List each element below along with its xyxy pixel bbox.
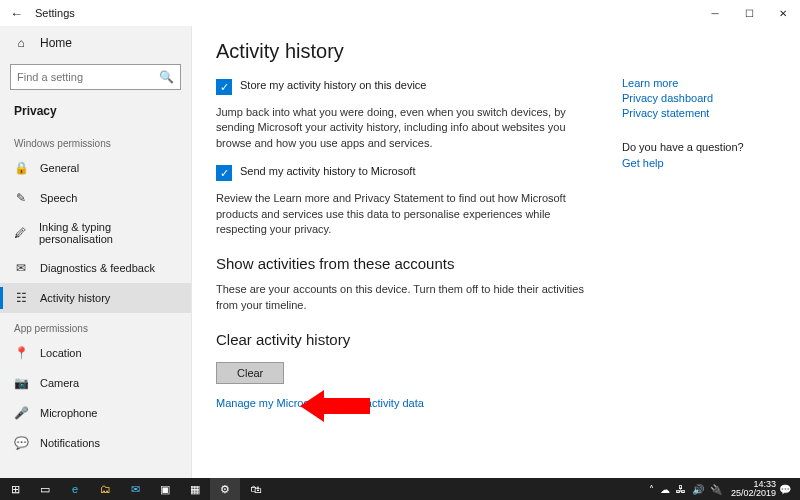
taskbar-app-terminal[interactable]: ▣: [150, 478, 180, 500]
sidebar-item-location[interactable]: 📍 Location: [0, 338, 191, 368]
window-title: Settings: [35, 7, 698, 19]
sidebar: ⌂ Home 🔍 Privacy Windows permissions 🔒 G…: [0, 26, 192, 478]
back-icon[interactable]: ←: [10, 6, 23, 21]
group-windows-permissions: Windows permissions: [0, 128, 191, 153]
get-help-link[interactable]: Get help: [622, 157, 760, 169]
help-question: Do you have a question?: [622, 141, 760, 153]
sidebar-item-activity-history[interactable]: ☷ Activity history: [0, 283, 191, 313]
sidebar-item-label: Speech: [40, 192, 77, 204]
privacy-statement-link[interactable]: Privacy statement: [622, 107, 760, 119]
sidebar-item-camera[interactable]: 📷 Camera: [0, 368, 191, 398]
checkbox-send-history[interactable]: ✓ Send my activity history to Microsoft: [216, 165, 598, 181]
sidebar-home[interactable]: ⌂ Home: [0, 30, 191, 56]
taskbar-app-settings[interactable]: ⚙: [210, 478, 240, 500]
system-tray[interactable]: ˄ ☁ 🖧 🔊 🔌 14:33 25/02/2019 💬: [646, 480, 800, 498]
sidebar-item-microphone[interactable]: 🎤 Microphone: [0, 398, 191, 428]
description-send: Review the Learn more and Privacy Statem…: [216, 191, 598, 237]
clock-date: 25/02/2019: [731, 489, 776, 498]
sidebar-item-notifications[interactable]: 💬 Notifications: [0, 428, 191, 458]
page-title: Activity history: [216, 40, 598, 63]
taskbar[interactable]: ⊞ ▭ e 🗂 ✉ ▣ ▦ ⚙ 🛍 ˄ ☁ 🖧 🔊 🔌 14:33 25/02/…: [0, 478, 800, 500]
sidebar-item-inking[interactable]: 🖉 Inking & typing personalisation: [0, 213, 191, 253]
tray-onedrive-icon[interactable]: ☁: [660, 484, 670, 495]
speech-icon: ✎: [14, 191, 28, 205]
microphone-icon: 🎤: [14, 406, 28, 420]
sidebar-item-label: Camera: [40, 377, 79, 389]
clear-button[interactable]: Clear: [216, 362, 284, 384]
lock-icon: 🔒: [14, 161, 28, 175]
tray-volume-icon[interactable]: 🔊: [692, 484, 704, 495]
sidebar-item-label: Diagnostics & feedback: [40, 262, 155, 274]
maximize-button[interactable]: ☐: [732, 0, 766, 26]
close-button[interactable]: ✕: [766, 0, 800, 26]
main-column: Activity history ✓ Store my activity his…: [192, 26, 622, 478]
help-column: Learn more Privacy dashboard Privacy sta…: [622, 26, 772, 478]
description-accounts: These are your accounts on this device. …: [216, 282, 598, 313]
notifications-icon: 💬: [14, 436, 28, 450]
sidebar-category: Privacy: [0, 98, 191, 128]
action-center-icon[interactable]: 💬: [779, 484, 791, 495]
sidebar-item-label: Notifications: [40, 437, 100, 449]
home-label: Home: [40, 36, 72, 50]
taskbar-clock[interactable]: 14:33 25/02/2019: [731, 480, 776, 498]
sidebar-item-label: Activity history: [40, 292, 110, 304]
sidebar-item-label: Inking & typing personalisation: [39, 221, 177, 245]
title-bar: ← Settings ─ ☐ ✕: [0, 0, 800, 26]
tray-network-icon[interactable]: 🖧: [676, 484, 686, 495]
minimize-button[interactable]: ─: [698, 0, 732, 26]
privacy-dashboard-link[interactable]: Privacy dashboard: [622, 92, 760, 104]
content-area: Activity history ✓ Store my activity his…: [192, 26, 800, 478]
section-accounts: Show activities from these accounts: [216, 255, 598, 272]
sidebar-item-label: General: [40, 162, 79, 174]
task-view-button[interactable]: ▭: [30, 478, 60, 500]
window-controls: ─ ☐ ✕: [698, 0, 800, 26]
taskbar-app-edge[interactable]: e: [60, 478, 90, 500]
tray-chevron-icon[interactable]: ˄: [649, 484, 654, 495]
checkbox-label: Store my activity history on this device: [240, 79, 426, 91]
sidebar-item-diagnostics[interactable]: ✉ Diagnostics & feedback: [0, 253, 191, 283]
checkbox-icon: ✓: [216, 79, 232, 95]
search-icon: 🔍: [159, 70, 174, 84]
taskbar-app-generic[interactable]: ▦: [180, 478, 210, 500]
ink-icon: 🖉: [14, 226, 27, 240]
description-store: Jump back into what you were doing, even…: [216, 105, 598, 151]
group-app-permissions: App permissions: [0, 313, 191, 338]
manage-link[interactable]: Manage my Microsoft account activity dat…: [216, 397, 598, 409]
taskbar-app-explorer[interactable]: 🗂: [90, 478, 120, 500]
home-icon: ⌂: [14, 36, 28, 50]
section-clear: Clear activity history: [216, 331, 598, 348]
tray-battery-icon[interactable]: 🔌: [710, 484, 722, 495]
checkbox-icon: ✓: [216, 165, 232, 181]
sidebar-item-speech[interactable]: ✎ Speech: [0, 183, 191, 213]
camera-icon: 📷: [14, 376, 28, 390]
sidebar-item-general[interactable]: 🔒 General: [0, 153, 191, 183]
taskbar-app-mail[interactable]: ✉: [120, 478, 150, 500]
start-button[interactable]: ⊞: [0, 478, 30, 500]
feedback-icon: ✉: [14, 261, 28, 275]
taskbar-app-store[interactable]: 🛍: [240, 478, 270, 500]
checkbox-label: Send my activity history to Microsoft: [240, 165, 415, 177]
learn-more-link[interactable]: Learn more: [622, 77, 760, 89]
search-input[interactable]: [17, 71, 159, 83]
sidebar-item-label: Location: [40, 347, 82, 359]
location-icon: 📍: [14, 346, 28, 360]
sidebar-item-label: Microphone: [40, 407, 97, 419]
history-icon: ☷: [14, 291, 28, 305]
search-box[interactable]: 🔍: [10, 64, 181, 90]
checkbox-store-history[interactable]: ✓ Store my activity history on this devi…: [216, 79, 598, 95]
